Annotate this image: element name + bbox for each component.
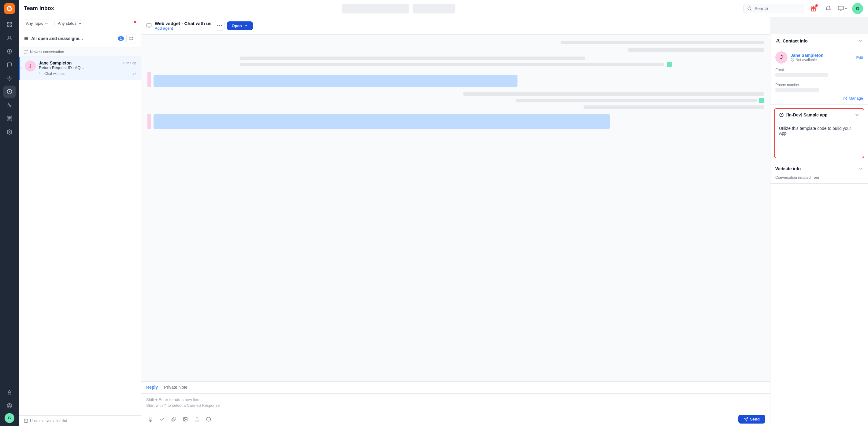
conversation-list-header: All open and unassigne... 1 <box>19 30 141 47</box>
topic-filter-bar: Any Topic Any status <box>19 17 141 30</box>
contact-info-section: Contact info J Jane Sampleton Not availa… <box>770 34 868 104</box>
manage-label: Manage <box>849 96 863 101</box>
conversation-subject: Return Request ID : AQ... <box>39 65 136 70</box>
avatar: J <box>25 61 36 71</box>
check-icon <box>160 417 164 422</box>
add-agent-link[interactable]: Add agent <box>155 26 212 31</box>
svg-rect-24 <box>25 419 28 420</box>
reply-toolbar: Send <box>141 412 770 426</box>
svg-point-6 <box>8 36 10 38</box>
message-group-1 <box>425 41 764 52</box>
message-group-2 <box>240 57 671 67</box>
pink-indicator-2 <box>148 114 151 129</box>
location-icon <box>790 58 794 62</box>
sidebar-item-analytics[interactable] <box>3 99 16 111</box>
sidebar-item-contacts[interactable] <box>3 32 16 44</box>
display-button[interactable] <box>837 3 848 14</box>
website-info-header[interactable]: Website info <box>770 162 868 175</box>
emoji-button[interactable] <box>193 415 201 424</box>
send-button[interactable]: Send <box>738 415 765 424</box>
tab-private-note[interactable]: Private Note <box>164 382 187 393</box>
topic-label: Any Topic <box>26 21 43 26</box>
pink-indicator <box>148 72 151 87</box>
left-navigation: G <box>0 0 19 426</box>
unpin-bar[interactable]: Unpin conversation list <box>19 415 141 426</box>
status-filter[interactable]: Any status <box>55 20 85 27</box>
drag-handle[interactable]: ⠿ <box>20 57 21 80</box>
sort-button[interactable] <box>126 34 136 43</box>
message-group-5 <box>148 114 610 129</box>
contact-email-field: Email <box>770 66 868 78</box>
table-row[interactable]: ⠿ J Jane Sampleton 13th Sep Return Reque… <box>19 57 141 80</box>
contact-name: Jane Sampleton <box>39 61 71 65</box>
sort-arrows-icon <box>24 50 28 54</box>
conversation-count-badge: 1 <box>118 36 124 41</box>
attachment-button[interactable] <box>169 415 178 424</box>
contact-info-header[interactable]: Contact info <box>770 34 868 48</box>
message-group-4 <box>363 92 764 109</box>
svg-rect-17 <box>838 6 843 10</box>
open-button[interactable]: Open <box>227 22 253 30</box>
sidebar-item-conversations[interactable] <box>3 59 16 71</box>
contact-edit-link[interactable]: Edit <box>857 55 863 60</box>
chat-panel: Web widget - Chat with us Add agent Open <box>141 17 770 426</box>
svg-point-27 <box>184 418 185 419</box>
user-avatar[interactable]: G <box>5 413 14 423</box>
status-chevron-icon <box>78 22 82 26</box>
tab-reply[interactable]: Reply <box>146 382 158 393</box>
conversation-filter-title: All open and unassigne... <box>31 36 115 41</box>
check-button[interactable] <box>158 415 166 424</box>
conversation-panel: Any Topic Any status All open and unassi… <box>19 17 141 426</box>
more-options-button[interactable] <box>215 21 224 31</box>
search-icon <box>747 6 752 11</box>
message-blur-row-2 <box>363 98 764 103</box>
indev-app-header[interactable]: [In-Dev] Sample app <box>775 109 864 121</box>
conversation-time: 13th Sep <box>123 61 136 65</box>
indev-chevron-icon <box>855 112 860 117</box>
indev-app-section: [In-Dev] Sample app Utilize this templat… <box>774 108 864 158</box>
svg-point-15 <box>748 7 751 10</box>
sidebar-item-rocket[interactable] <box>3 386 16 398</box>
website-info-sub: Conversation initiated from <box>770 175 868 183</box>
sidebar-item-settings[interactable] <box>3 126 16 138</box>
unpin-label: Unpin conversation list <box>30 419 67 423</box>
smiley-icon <box>206 417 211 422</box>
audio-button[interactable] <box>146 415 155 424</box>
contact-name-link[interactable]: Jane Sampleton <box>790 53 853 58</box>
svg-point-11 <box>9 131 10 133</box>
header-blurred-item-1 <box>342 4 409 13</box>
user-avatar-header[interactable]: G <box>852 3 863 14</box>
chat-channel-icon <box>146 23 152 28</box>
sidebar-item-extensions[interactable] <box>3 112 16 125</box>
manage-link[interactable]: Manage <box>770 94 868 104</box>
audio-icon <box>148 417 153 422</box>
sidebar-item-support[interactable] <box>3 86 16 98</box>
notifications-button[interactable] <box>823 3 834 14</box>
message-blur-3 <box>240 57 585 60</box>
sort-label-text: Newest conversation <box>30 50 64 54</box>
message-blur-6 <box>516 99 757 102</box>
topic-filter[interactable]: Any Topic <box>23 20 52 27</box>
smiley-button[interactable] <box>204 415 213 424</box>
paperclip-icon <box>171 417 176 422</box>
upload-icon <box>194 417 199 422</box>
svg-point-12 <box>9 392 10 393</box>
gifts-button[interactable] <box>808 3 819 14</box>
search-button[interactable]: Search <box>743 4 804 13</box>
sidebar-item-reports[interactable] <box>3 18 16 31</box>
sidebar-item-profile-ring[interactable] <box>3 400 16 412</box>
message-group-3 <box>148 72 518 87</box>
monitor-icon <box>838 5 844 11</box>
unseen-indicator <box>134 21 136 23</box>
chat-messages <box>141 35 770 382</box>
app-logo[interactable] <box>4 3 15 14</box>
dots-menu <box>217 25 222 26</box>
image-button[interactable] <box>181 415 190 424</box>
svg-rect-2 <box>7 22 9 24</box>
reply-input[interactable]: Shift + Enter to add a new line; Start w… <box>141 394 770 412</box>
bell-icon <box>825 5 831 11</box>
chevron-down-icon <box>844 6 848 11</box>
sidebar-item-integrations[interactable] <box>3 72 16 84</box>
status-indicator-1 <box>667 62 672 67</box>
sidebar-item-billing[interactable] <box>3 45 16 58</box>
